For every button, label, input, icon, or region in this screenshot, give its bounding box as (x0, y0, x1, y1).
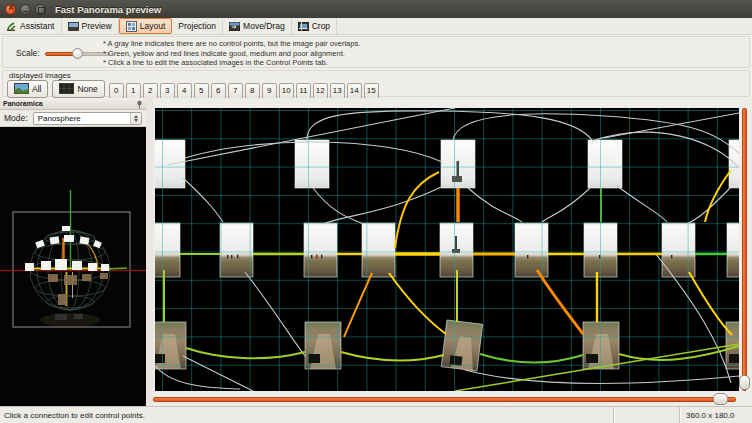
tab-layout[interactable]: Layout (119, 18, 173, 34)
mode-label: Mode: (4, 113, 28, 123)
tab-preview[interactable]: Preview (62, 18, 119, 34)
pin-icon[interactable] (136, 95, 143, 113)
panosphere-panel: Panoramica Mode: Panosphere (0, 98, 146, 406)
status-bar: Click a connection to edit control point… (0, 406, 752, 423)
all-images-icon (14, 83, 29, 94)
layout-icon (126, 21, 137, 32)
tab-crop[interactable]: Crop (292, 18, 337, 34)
status-message: Click a connection to edit control point… (0, 411, 613, 420)
image-toggle-2[interactable]: 2 (143, 83, 158, 99)
image-toggle-15[interactable]: 15 (364, 83, 379, 99)
panel-splitter[interactable] (146, 98, 153, 406)
image-toggle-13[interactable]: 13 (330, 83, 345, 99)
minimize-button[interactable] (20, 4, 31, 15)
image-toggle-row: 0123456789101112131415 (109, 79, 381, 99)
panel-header: Panoramica (0, 98, 146, 110)
image-toggle-8[interactable]: 8 (245, 83, 260, 99)
horizontal-slider-track[interactable] (153, 397, 736, 402)
image-toggle-0[interactable]: 0 (109, 83, 124, 99)
options-panel: Scale: * A gray line indicates there are… (2, 36, 750, 68)
tab-assistant[interactable]: Assistant (0, 18, 62, 34)
scale-slider-handle[interactable] (72, 48, 83, 59)
image-toggle-7[interactable]: 7 (228, 83, 243, 99)
move-drag-icon (229, 21, 240, 32)
main-area: Panoramica Mode: Panosphere (0, 98, 752, 406)
tab-move-drag[interactable]: Move/Drag (223, 18, 292, 34)
vertical-slider-track[interactable] (742, 108, 747, 391)
panorama-canvas[interactable] (155, 108, 739, 391)
panosphere-view[interactable] (0, 128, 146, 406)
window-title: Fast Panorama preview (55, 4, 161, 15)
image-toggle-10[interactable]: 10 (279, 83, 294, 99)
image-toggle-11[interactable]: 11 (296, 83, 311, 99)
scale-slider[interactable] (45, 48, 110, 59)
assistant-icon (6, 21, 17, 32)
horizontal-pan-slider[interactable] (153, 393, 736, 406)
mode-row: Mode: Panosphere (0, 110, 146, 127)
image-toggle-4[interactable]: 4 (177, 83, 192, 99)
help-line: * Click a line to edit the associated im… (103, 58, 360, 68)
horizontal-slider-handle[interactable] (713, 393, 728, 405)
combo-spinner-icon[interactable] (130, 113, 141, 124)
panel-title: Panoramica (3, 100, 43, 107)
displayed-images-group: displayed images All None 01234567891011… (2, 70, 750, 97)
titlebar: Fast Panorama preview (0, 0, 752, 18)
fast-panorama-preview-window: Fast Panorama preview Assistant Preview … (0, 0, 752, 423)
crop-icon (298, 21, 309, 32)
panorama-dimensions: 360.0 x 180.0 (679, 407, 752, 423)
image-toggle-3[interactable]: 3 (160, 83, 175, 99)
maximize-button[interactable] (35, 4, 46, 15)
toolbar: Assistant Preview Layout Projection Move… (0, 18, 752, 35)
help-line: * Green, yellow and red lines indicate g… (103, 49, 360, 59)
image-toggle-5[interactable]: 5 (194, 83, 209, 99)
no-images-icon (59, 83, 74, 94)
image-toggle-9[interactable]: 9 (262, 83, 277, 99)
show-none-button[interactable]: None (52, 80, 104, 98)
preview-icon (68, 21, 79, 32)
image-toggle-14[interactable]: 14 (347, 83, 362, 99)
mode-select[interactable]: Panosphere (33, 112, 142, 125)
scale-label: Scale: (16, 48, 40, 58)
tab-projection[interactable]: Projection (172, 18, 223, 34)
vertical-slider-handle[interactable] (739, 375, 750, 390)
image-toggle-12[interactable]: 12 (313, 83, 328, 99)
help-text: * A gray line indicates there are no con… (103, 39, 360, 68)
vertical-pan-slider[interactable] (738, 108, 751, 391)
image-toggle-6[interactable]: 6 (211, 83, 226, 99)
status-section-empty (613, 407, 679, 423)
close-button[interactable] (5, 4, 16, 15)
help-line: * A gray line indicates there are no con… (103, 39, 360, 49)
canvas-area (153, 98, 752, 406)
show-all-button[interactable]: All (7, 80, 48, 98)
